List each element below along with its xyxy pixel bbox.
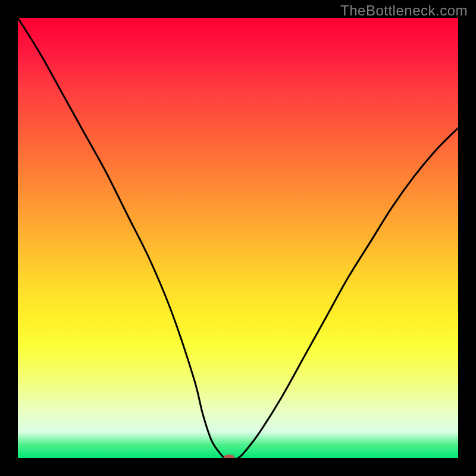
optimum-marker (224, 455, 234, 458)
watermark-text: TheBottleneck.com (340, 2, 468, 19)
curve-svg (18, 18, 458, 458)
bottleneck-curve (18, 18, 458, 458)
plot-area (18, 18, 458, 458)
chart-frame: TheBottleneck.com (0, 0, 476, 476)
